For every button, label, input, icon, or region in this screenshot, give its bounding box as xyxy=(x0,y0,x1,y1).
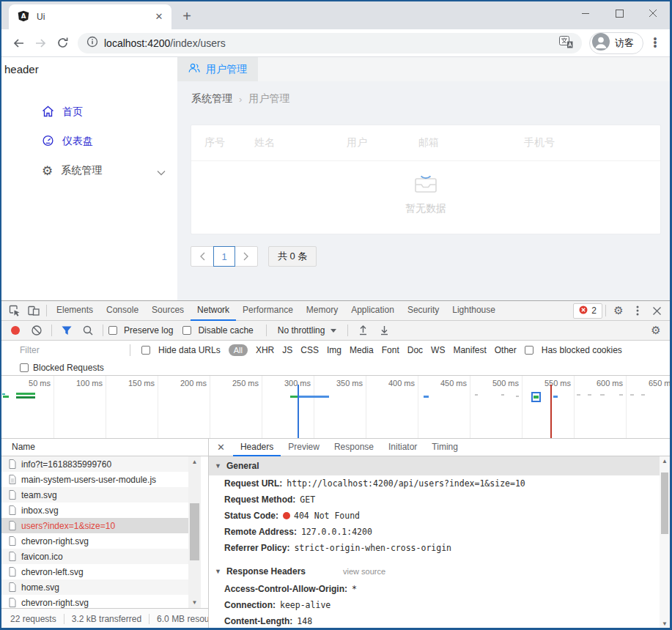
devtools-tab-sources[interactable]: Sources xyxy=(145,301,191,321)
devtools-tab-elements[interactable]: Elements xyxy=(50,301,100,321)
timeline-bar xyxy=(3,396,9,398)
detail-scrollbar[interactable]: ▲ ▼ xyxy=(660,456,670,629)
request-list-scrollbar[interactable]: ▲ ▼ xyxy=(188,456,201,608)
reload-icon[interactable] xyxy=(51,32,73,54)
name-column-header[interactable]: Name xyxy=(1,439,208,456)
detail-tab-initiator[interactable]: Initiator xyxy=(381,439,424,456)
disable-cache-checkbox[interactable] xyxy=(182,326,191,335)
sidebar-item-home[interactable]: 首页 xyxy=(1,97,177,127)
import-har-icon[interactable] xyxy=(353,321,372,340)
export-har-icon[interactable] xyxy=(374,321,394,340)
preserve-log-checkbox[interactable] xyxy=(108,326,117,335)
request-row-selected[interactable]: users?index=1&size=10 xyxy=(1,518,190,533)
scroll-up-icon[interactable]: ▲ xyxy=(660,458,670,464)
request-name: chevron-left.svg xyxy=(21,567,84,577)
devtools-menu-icon[interactable] xyxy=(628,301,647,320)
has-blocked-cookies-checkbox[interactable] xyxy=(525,346,533,355)
sidebar-item-dashboard[interactable]: 仪表盘 xyxy=(1,127,177,156)
devtools-settings-icon[interactable]: ⚙ xyxy=(609,301,628,320)
filter-chip-font[interactable]: Font xyxy=(382,345,399,355)
page-number[interactable]: 1 xyxy=(213,246,235,267)
url-text[interactable]: localhost:4200/index/users xyxy=(104,37,226,49)
hide-data-urls-checkbox[interactable] xyxy=(141,346,150,355)
header-entry: Remote Address:127.0.0.1:4200 xyxy=(209,524,670,540)
detail-tab-preview[interactable]: Preview xyxy=(281,439,327,456)
device-toolbar-icon[interactable] xyxy=(24,301,43,320)
forward-icon[interactable] xyxy=(29,32,51,54)
response-headers-section-header[interactable]: ▼ Response Headers view source xyxy=(209,562,670,581)
timeline-tick: 200 ms xyxy=(180,379,210,388)
inspect-element-icon[interactable] xyxy=(5,301,24,320)
filter-chip-xhr[interactable]: XHR xyxy=(256,345,274,355)
network-overview-timeline[interactable]: 50 ms 100 ms 150 ms 200 ms 250 ms 300 ms… xyxy=(1,376,670,439)
filter-chip-all[interactable]: All xyxy=(229,344,248,356)
minimize-icon[interactable] xyxy=(569,1,602,25)
scroll-down-icon[interactable]: ▼ xyxy=(660,620,670,627)
request-row[interactable]: favicon.ico xyxy=(1,549,190,564)
filter-funnel-icon[interactable] xyxy=(57,321,76,340)
filter-chip-img[interactable]: Img xyxy=(327,345,341,355)
devtools-tab-memory[interactable]: Memory xyxy=(300,301,344,321)
maximize-icon[interactable] xyxy=(602,1,636,25)
devtools-close-icon[interactable] xyxy=(647,301,666,320)
filter-chip-doc[interactable]: Doc xyxy=(407,345,423,355)
search-icon[interactable] xyxy=(78,321,97,340)
back-icon[interactable] xyxy=(7,32,29,54)
detail-tab-response[interactable]: Response xyxy=(327,439,381,456)
profile-chip[interactable]: 访客 xyxy=(589,32,643,54)
devtools-tab-lighthouse[interactable]: Lighthouse xyxy=(446,301,502,321)
request-row[interactable]: info?t=1618835999760 xyxy=(1,456,190,472)
general-section-header[interactable]: ▼ General xyxy=(209,456,670,475)
request-row[interactable]: home.svg xyxy=(1,579,190,595)
record-icon[interactable] xyxy=(11,326,20,335)
next-page-icon[interactable] xyxy=(235,247,257,266)
info-icon[interactable] xyxy=(86,36,98,50)
request-row[interactable]: chevron-right.svg xyxy=(1,595,190,608)
sidebar-item-system[interactable]: ⚙ 系统管理 xyxy=(1,156,177,185)
scrollbar-thumb[interactable] xyxy=(661,472,668,534)
load-event-line xyxy=(550,385,552,439)
tab-close-icon[interactable]: ✕ xyxy=(152,10,166,23)
request-row[interactable]: chevron-left.svg xyxy=(1,564,190,579)
breadcrumb-item[interactable]: 系统管理 xyxy=(191,92,232,105)
devtools-tab-network[interactable]: Network xyxy=(191,301,236,321)
blocked-requests-checkbox[interactable] xyxy=(20,363,29,372)
request-row[interactable]: chevron-right.svg xyxy=(1,533,190,549)
filter-chip-css[interactable]: CSS xyxy=(300,345,319,355)
devtools-tab-application[interactable]: Application xyxy=(344,301,401,321)
filter-chip-js[interactable]: JS xyxy=(282,345,292,355)
timeline-bar xyxy=(553,396,558,398)
request-row[interactable]: team.svg xyxy=(1,487,190,503)
detail-close-icon[interactable]: ✕ xyxy=(209,442,233,453)
prev-page-icon[interactable] xyxy=(191,247,213,266)
tab-user-management[interactable]: 用户管理 xyxy=(177,57,258,81)
window-close-icon[interactable] xyxy=(636,1,670,25)
network-settings-icon[interactable]: ⚙ xyxy=(646,321,665,340)
scroll-up-icon[interactable]: ▲ xyxy=(188,459,201,465)
browser-tab[interactable]: A Ui ✕ xyxy=(9,4,171,29)
devtools-tab-performance[interactable]: Performance xyxy=(236,301,300,321)
new-tab-button[interactable]: + xyxy=(176,6,198,28)
throttling-select[interactable]: No throttling xyxy=(272,325,343,336)
address-bar[interactable]: localhost:4200/index/users xyxy=(78,33,582,53)
devtools-tab-console[interactable]: Console xyxy=(100,301,145,321)
scrollbar-thumb[interactable] xyxy=(190,503,199,560)
filter-chip-ws[interactable]: WS xyxy=(431,345,445,355)
filter-chip-media[interactable]: Media xyxy=(350,345,374,355)
timeline-tick: 350 ms xyxy=(336,379,366,388)
filter-chip-manifest[interactable]: Manifest xyxy=(453,345,486,355)
dropdown-caret-icon xyxy=(331,329,336,333)
error-count-badge[interactable]: 2 xyxy=(573,303,602,319)
clear-icon[interactable] xyxy=(27,321,46,340)
view-source-link[interactable]: view source xyxy=(343,567,385,576)
detail-tab-timing[interactable]: Timing xyxy=(424,439,465,456)
translate-icon[interactable] xyxy=(559,36,573,51)
request-row[interactable]: main-system-users-user-module.js xyxy=(1,472,190,487)
scroll-down-icon[interactable]: ▼ xyxy=(188,599,201,606)
devtools-tab-security[interactable]: Security xyxy=(401,301,446,321)
filter-chip-other[interactable]: Other xyxy=(495,345,517,355)
request-row[interactable]: inbox.svg xyxy=(1,503,190,518)
detail-tab-headers[interactable]: Headers xyxy=(233,439,281,456)
network-filter-input[interactable] xyxy=(20,345,119,355)
browser-menu-icon[interactable]: ••• xyxy=(646,37,664,48)
